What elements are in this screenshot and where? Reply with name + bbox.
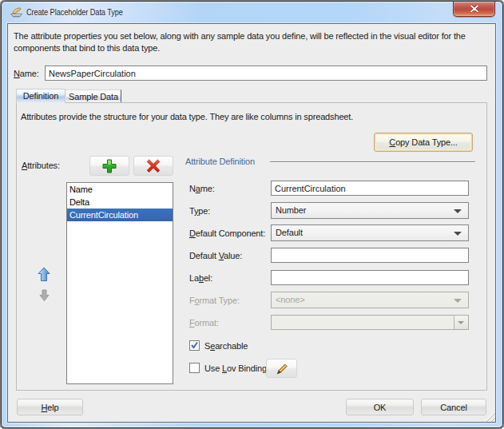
attr-name-label: Name: bbox=[189, 184, 215, 193]
use-lov-binding-label: Use Lov Binding bbox=[204, 363, 267, 373]
attr-format-type-label: Format Type: bbox=[189, 296, 240, 305]
window-title: Create Placeholder Data Type bbox=[26, 7, 123, 17]
cancel-button[interactable]: Cancel bbox=[421, 399, 486, 415]
attr-type-select[interactable]: Number bbox=[271, 202, 469, 219]
attr-default-component-select[interactable]: Default bbox=[271, 224, 469, 241]
tab-definition[interactable]: Definition bbox=[16, 89, 65, 103]
attr-format-type-value: <none> bbox=[276, 295, 304, 304]
attr-type-label: Type: bbox=[189, 206, 210, 216]
tab-sample-data[interactable]: Sample Data bbox=[65, 89, 121, 102]
delete-attribute-button[interactable] bbox=[133, 156, 173, 176]
check-icon bbox=[189, 340, 200, 351]
attr-default-value-label: Default Value: bbox=[189, 251, 242, 260]
app-icon bbox=[10, 6, 23, 19]
dropdown-arrow-icon bbox=[454, 232, 462, 236]
attributes-label: Attributes: bbox=[22, 161, 60, 170]
attr-type-value: Number bbox=[276, 205, 306, 215]
attr-format-label: Format: bbox=[189, 318, 219, 328]
attribute-list[interactable]: Name Delta CurrentCirculation bbox=[66, 182, 173, 384]
attr-label-input[interactable] bbox=[271, 270, 469, 285]
close-button[interactable] bbox=[453, 2, 495, 17]
copy-data-type-button[interactable]: Copy Data Type... bbox=[374, 133, 473, 152]
attributes-description: Attributes provide the structure for you… bbox=[21, 112, 353, 121]
attr-label-label: Label: bbox=[189, 273, 212, 283]
attribute-definition-rule bbox=[270, 161, 475, 163]
attr-default-value-input[interactable] bbox=[271, 248, 469, 263]
titlebar[interactable]: Create Placeholder Data Type bbox=[2, 2, 502, 24]
plus-icon bbox=[101, 158, 117, 174]
window-frame: Create Placeholder Data Type The attribu… bbox=[2, 2, 502, 427]
attr-format-combo bbox=[271, 315, 469, 330]
attribute-list-item[interactable]: Name bbox=[67, 183, 173, 196]
attr-format-type-select: <none> bbox=[271, 292, 469, 308]
dialog-description-line2: components that bind to this data type. bbox=[14, 42, 490, 54]
searchable-checkbox[interactable] bbox=[189, 340, 200, 351]
dialog-description: The attribute properties you set below, … bbox=[14, 30, 490, 54]
datatype-name-label: Name: bbox=[14, 69, 39, 78]
use-lov-binding-checkbox[interactable] bbox=[189, 363, 200, 373]
delete-x-icon bbox=[145, 159, 161, 173]
dialog-body: The attribute properties you set below, … bbox=[7, 23, 496, 423]
dropdown-arrow-icon bbox=[454, 299, 462, 303]
datatype-name-input[interactable] bbox=[45, 66, 487, 81]
dropdown-arrow-icon bbox=[454, 209, 462, 213]
attr-name-input[interactable] bbox=[271, 181, 469, 196]
pencil-icon bbox=[275, 362, 289, 375]
attr-default-component-label: Default Component: bbox=[189, 228, 265, 238]
ok-button[interactable]: OK bbox=[346, 399, 414, 415]
move-down-icon[interactable] bbox=[39, 289, 50, 302]
edit-lov-binding-button[interactable] bbox=[266, 359, 297, 378]
attribute-list-item-selected[interactable]: CurrentCirculation bbox=[67, 209, 173, 221]
add-attribute-button[interactable] bbox=[89, 156, 129, 176]
dialog-description-line1: The attribute properties you set below, … bbox=[14, 30, 490, 42]
attribute-list-item[interactable]: Delta bbox=[67, 196, 173, 209]
dropdown-arrow-icon bbox=[458, 321, 464, 324]
close-icon bbox=[470, 5, 478, 12]
searchable-label: Searchable bbox=[204, 341, 248, 351]
attribute-definition-heading: Attribute Definition bbox=[185, 157, 255, 166]
attr-default-component-value: Default bbox=[276, 228, 303, 237]
move-up-icon[interactable] bbox=[38, 267, 50, 282]
help-button[interactable]: Help bbox=[17, 399, 83, 415]
combo-dropdown-button bbox=[454, 316, 468, 329]
